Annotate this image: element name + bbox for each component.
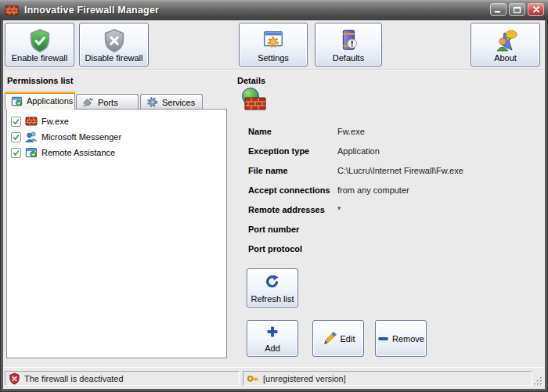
about-button[interactable]: About [470,23,540,67]
disable-firewall-label: Disable firewall [85,53,143,63]
checkbox-checked[interactable] [11,132,21,142]
detail-value-file-name: C:\Lucru\Internet Firewall\Fw.exe [337,166,463,175]
remove-button[interactable]: Remove [375,320,427,357]
resize-grip[interactable] [533,376,543,387]
detail-label-port-protocol: Port protocol [248,244,302,254]
permissions-list[interactable]: Fw.exe Microsoft Messenger [6,109,227,358]
messenger-people-icon [25,131,38,143]
minimize-button[interactable] [490,3,507,16]
detail-value-exception-type: Application [337,146,380,156]
detail-label-file-name: File name [248,166,288,175]
tab-services[interactable]: Services [140,94,203,110]
firewall-globe-brick-icon [239,86,267,114]
edit-label: Edit [341,334,355,343]
refresh-icon [265,274,280,290]
app-window: Innovative Firewall Manager Enable [0,0,548,392]
minus-icon [377,333,389,345]
detail-label-port-number: Port number [248,225,299,234]
checkbox-checked[interactable] [11,148,21,158]
app-firewall-icon [5,3,19,17]
window-title: Innovative Firewall Manager [24,5,159,16]
tab-ports[interactable]: Ports [76,94,139,110]
detail-value-remote-addresses: * [337,205,341,214]
detail-label-accept-connections: Accept connections [248,185,330,195]
shield-x-icon [103,28,126,53]
list-item-label: Fw.exe [41,117,69,126]
shield-check-icon [28,28,52,53]
list-item-label: Remote Assistance [41,148,115,157]
pencil-icon [322,331,337,347]
red-shield-x-icon [9,372,20,385]
enable-firewall-button[interactable]: Enable firewall [5,23,74,67]
toolbar: Enable firewall Disable firewall [3,20,545,70]
refresh-list-label: Refresh list [251,294,294,304]
plug-icon [82,96,94,108]
plus-icon [266,325,279,338]
list-item-microsoft-messenger[interactable]: Microsoft Messenger [7,129,226,145]
close-button[interactable] [528,3,544,16]
settings-window-gear-icon [261,28,286,52]
close-icon [532,5,540,13]
add-button[interactable]: Add [247,320,298,357]
checkbox-checked[interactable] [11,117,21,127]
detail-label-exception-type: Exception type [248,146,309,156]
application-window-icon [11,95,23,107]
active-tab-accent [5,92,75,94]
list-item-fw-exe[interactable]: Fw.exe [7,113,226,129]
status-panel-firewall: The firewall is deactivated [5,371,240,386]
defaults-button[interactable]: Defaults [315,23,382,67]
list-item-remote-assistance[interactable]: Remote Assistance [7,145,226,160]
detail-value-name: Fw.exe [337,127,365,136]
maximize-button[interactable] [509,3,525,16]
detail-value-accept-connections: from any computer [337,185,409,195]
minimize-icon [494,6,503,13]
tab-ports-label: Ports [98,98,118,107]
tab-applications[interactable]: Applications [5,92,75,110]
defaults-label: Defaults [333,53,364,63]
refresh-list-button[interactable]: Refresh list [247,268,298,307]
key-icon [247,372,259,385]
settings-label: Settings [258,53,289,63]
maximize-icon [513,6,521,13]
disable-firewall-button[interactable]: Disable firewall [79,23,149,67]
defaults-book-icon [337,28,360,52]
application-window-icon [25,146,38,159]
remove-label: Remove [392,334,424,343]
client-area: Enable firewall Disable firewall [3,20,545,389]
details-heading: Details [237,76,265,85]
permissions-heading: Permissions list [7,76,73,85]
status-panel-version: [unregistered version] [243,371,532,386]
enable-firewall-label: Enable firewall [12,53,68,63]
detail-label-name: Name [248,127,272,136]
status-text: The firewall is deactivated [24,374,124,383]
version-text: [unregistered version] [263,374,346,383]
titlebar[interactable]: Innovative Firewall Manager [0,0,548,20]
tab-services-label: Services [162,98,195,107]
list-item-label: Microsoft Messenger [41,132,121,142]
statusbar: The firewall is deactivated [unregistere… [3,367,545,389]
add-label: Add [265,343,280,353]
gear-icon [146,96,158,108]
about-label: About [494,53,517,63]
settings-button[interactable]: Settings [239,23,308,67]
edit-button[interactable]: Edit [312,320,364,357]
firewall-brick-icon [25,115,38,128]
tab-applications-label: Applications [27,96,73,106]
about-person-icon [493,28,518,53]
detail-label-remote-addresses: Remote addresses [248,205,325,214]
